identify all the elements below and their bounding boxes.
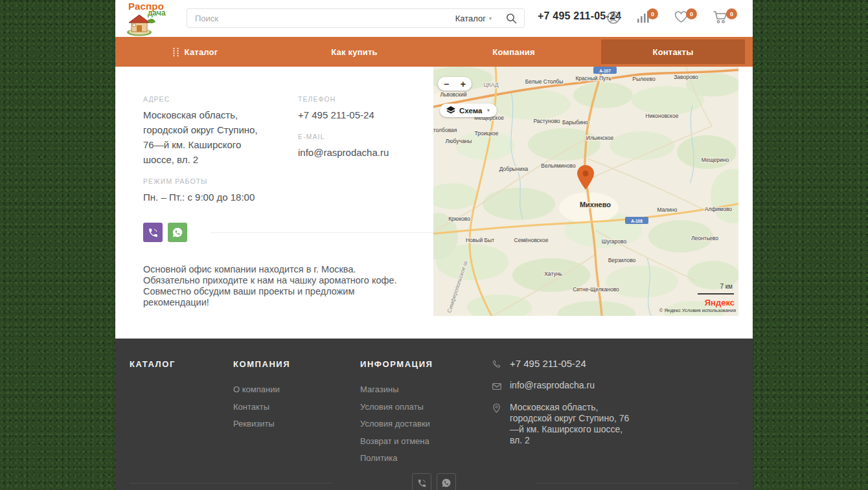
footer-column-title: ИНФОРМАЦИЯ [360, 359, 492, 369]
map-place-label: Малино [657, 206, 677, 213]
map-place-label: ЦКАД [484, 82, 499, 88]
map-place-label: Верзилово [608, 257, 636, 263]
whatsapp-icon [441, 478, 451, 488]
nav-label: Контакты [653, 47, 694, 57]
chevron-down-icon: ▾ [489, 16, 492, 21]
footer-email-row[interactable]: info@rasprodacha.ru [492, 380, 648, 393]
office-description: Основной офис компании находится в г. Мо… [143, 264, 415, 308]
yandex-map[interactable]: ЛьвовскийЦКАДБелые СтолбыКрасный ПутьРыл… [433, 67, 738, 316]
email-label: E-MAIL [298, 133, 415, 140]
divider [130, 483, 332, 484]
map-place-label: Хатунь [544, 271, 562, 277]
user-icon [606, 10, 621, 25]
map-place-label: Ситне-Щелканово [573, 286, 619, 293]
map-place-label: Алфимово [705, 206, 732, 212]
map-place-label: Заворово [674, 74, 698, 80]
favorites-count-badge: 0 [686, 8, 697, 19]
footer-link[interactable]: Магазины [360, 383, 492, 396]
map-place-label: Белые Столбы [525, 78, 564, 85]
map-scale-bar [698, 293, 734, 295]
footer-link[interactable]: Политика [360, 452, 492, 465]
account-button[interactable] [606, 8, 621, 25]
map-place-label: Растуново [533, 118, 560, 124]
divider [536, 483, 738, 484]
footer-column-title: КАТАЛОГ [130, 359, 233, 369]
yandex-logo[interactable]: Яндекс [705, 298, 735, 307]
compare-count-badge: 0 [647, 8, 658, 19]
nav-item-contacts-active[interactable]: Контакты [601, 39, 745, 64]
map-place-label: Любучаны [446, 138, 472, 144]
nav-item-how-to-buy[interactable]: Как купить [331, 47, 377, 57]
footer-phone: +7 495 211-05-24 [510, 358, 586, 369]
search-bar: Каталог ▾ [187, 8, 525, 28]
header-icons: 0 0 0 [606, 8, 737, 25]
layers-icon [446, 106, 455, 115]
search-category-select[interactable]: Каталог ▾ [449, 14, 498, 23]
header: Распро дача Каталог ▾ [115, 0, 753, 37]
chevron-down-icon: ▼ [486, 108, 490, 113]
viber-button[interactable] [143, 223, 163, 242]
map-place-label: Новый Быт [466, 237, 494, 243]
footer-address: Московская область, городской округ Ступ… [510, 402, 633, 446]
footer-bottom [130, 473, 738, 490]
footer-contacts: +7 495 211-05-24 info@rasprodacha.ru [492, 358, 648, 455]
contact-info-block: АДРЕС Московская область, городской окру… [143, 95, 415, 308]
zoom-out-button[interactable]: − [444, 80, 449, 89]
page-container: Распро дача Каталог ▾ [115, 0, 753, 490]
compare-button[interactable]: 0 [636, 8, 658, 23]
nav-item-catalog[interactable]: Каталог [172, 47, 218, 57]
map-place-label: Рылеево [632, 76, 656, 82]
svg-text:А-108: А-108 [631, 219, 643, 223]
footer-viber-button[interactable] [412, 473, 431, 490]
search-button[interactable] [498, 9, 524, 27]
logo-house-icon [126, 13, 155, 36]
map-place-label: Ильинское [586, 135, 614, 141]
footer-link[interactable]: Условия оплаты [360, 401, 492, 414]
map-place-label: Красный Путь [575, 75, 611, 82]
nav-label: Каталог [185, 47, 218, 57]
logo[interactable]: Распро дача [122, 1, 176, 36]
hours-label: РЕЖИМ РАБОТЫ [143, 177, 269, 185]
footer: КАТАЛОГ КОМПАНИЯ О компанииКонтактыРекви… [115, 339, 753, 490]
footer-whatsapp-button[interactable] [437, 473, 456, 490]
map-attribution[interactable]: © Яндекс Условия использования [659, 307, 736, 313]
cart-count-badge: 0 [726, 8, 737, 19]
description-line: Основной офис компании находится в г. Мо… [143, 264, 415, 275]
footer-column-title: КОМПАНИЯ [233, 359, 360, 369]
footer-phone-row[interactable]: +7 495 211-05-24 [492, 358, 648, 371]
footer-link[interactable]: Реквизиты [233, 418, 360, 430]
footer-link[interactable]: Возврат и отмена [360, 435, 492, 448]
favorites-button[interactable]: 0 [674, 8, 697, 23]
footer-link[interactable]: Условия доставки [360, 418, 492, 430]
phone-icon [492, 360, 501, 368]
search-category-label: Каталог [455, 14, 486, 23]
phone-call-icon [417, 478, 427, 488]
footer-column-company: КОМПАНИЯ О компанииКонтактыРеквизиты [233, 359, 360, 469]
map-layer-button[interactable]: Схема ▼ [440, 104, 497, 117]
phone-value[interactable]: +7 495 211-05-24 [298, 107, 415, 122]
footer-link[interactable]: О компании [233, 383, 360, 396]
footer-link[interactable]: Контакты [233, 401, 360, 414]
map-scale-label: 7 км [720, 283, 733, 290]
search-input[interactable] [187, 14, 449, 23]
map-place-label: Шугарово [602, 238, 627, 245]
hours-value: Пн. – Пт.: с 9:00 до 18:00 [143, 190, 269, 205]
search-icon [506, 13, 517, 24]
cart-button[interactable]: 0 [713, 8, 737, 24]
email-value[interactable]: info@rasprodacha.ru [298, 145, 415, 160]
address-label: АДРЕС [143, 95, 269, 103]
map-place-label: Барыбино [562, 119, 588, 126]
road-badge: А-107 [593, 67, 617, 74]
nav-item-company[interactable]: Компания [492, 47, 534, 57]
location-pin-icon [492, 403, 501, 413]
nav-label: Как купить [331, 47, 377, 57]
address-value: Московская область, городской округ Ступ… [143, 107, 269, 167]
map-place-label: Вельяминово [541, 162, 576, 169]
map-place-label: Крюково [448, 216, 470, 222]
grid-icon [172, 47, 179, 57]
zoom-in-button[interactable]: + [461, 80, 466, 89]
map-place-label: Леонтьево [691, 235, 718, 241]
whatsapp-button[interactable] [168, 223, 187, 242]
map-place-label: Мещерино [702, 157, 729, 163]
road-badge: А-108 [625, 217, 648, 224]
